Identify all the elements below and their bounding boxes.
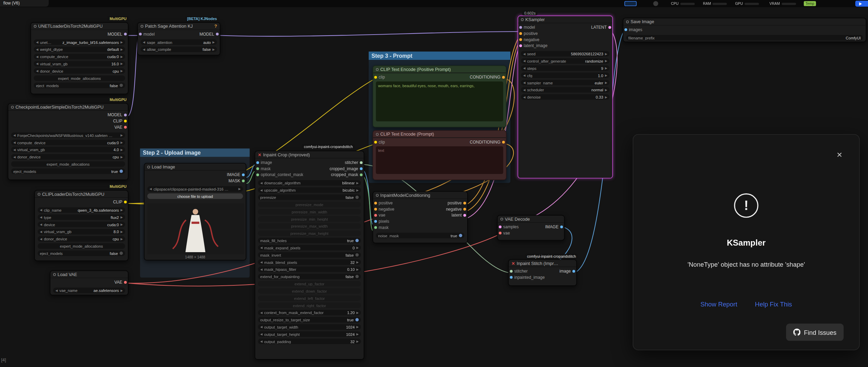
widget-unet-[interactable]: ◀unet…z_image_turbo_bf16.safetensors▶ (34, 39, 125, 45)
node-header[interactable]: ✕ Inpaint Crop (Improved) (255, 151, 364, 158)
output-port-MODEL[interactable]: MODEL (199, 31, 219, 36)
port-dot[interactable] (502, 76, 505, 79)
port-dot[interactable] (124, 201, 127, 203)
toggle-dot[interactable] (120, 169, 123, 173)
port-dot[interactable] (519, 32, 522, 35)
port-dot[interactable] (519, 26, 522, 29)
input-port-stitcher[interactable]: stitcher (510, 269, 528, 274)
port-dot[interactable] (499, 232, 501, 235)
input-port-mask[interactable]: mask (256, 166, 271, 171)
port-dot[interactable] (374, 76, 377, 79)
input-port-vae[interactable]: vae (374, 213, 385, 218)
node-header[interactable]: CLIPLoaderDisTorch2MultiGPU (35, 191, 128, 198)
node-save-image[interactable]: Save Image images filename_prefixComfyUI (623, 18, 866, 42)
widget-preresize_max_height[interactable]: preresize_max_height (258, 230, 361, 236)
input-port-negative[interactable]: negative (519, 37, 539, 42)
collapse-icon[interactable] (141, 25, 143, 27)
widget-preresize_min_width[interactable]: preresize_min_width (258, 209, 361, 214)
output-port-VAE[interactable]: VAE (114, 280, 127, 285)
output-port-negative[interactable]: negative (446, 207, 466, 212)
help-fix-link[interactable]: Help Fix This (755, 301, 792, 308)
widget-steps[interactable]: ◀steps9▶ (521, 65, 610, 71)
input-port-positive[interactable]: positive (519, 31, 538, 36)
workflow-tab[interactable]: flow (V6) (0, 0, 49, 7)
output-port-LATENT[interactable]: LATENT (591, 25, 611, 30)
port-dot[interactable] (124, 281, 127, 284)
input-port-clip[interactable]: clip (374, 140, 385, 145)
find-issues-button[interactable]: Find Issues (786, 324, 843, 341)
collapse-icon[interactable] (376, 133, 379, 136)
collapse-icon[interactable] (147, 165, 150, 168)
input-port-model[interactable]: model (139, 31, 155, 36)
widget-clipspace-clipspace-painted-masked-316-[interactable]: ◀clipspace/clipspace-painted-masked-316 … (147, 186, 243, 192)
node-header[interactable]: ✕ Inpaint Stitch (Impr… (509, 260, 576, 267)
widget-expert_mode_allocations[interactable]: expert_mode_allocations (38, 243, 125, 249)
output-port-VAE[interactable]: VAE (114, 125, 127, 129)
widget-mask_hipass_filter[interactable]: ◀mask_hipass_filter0.10▶ (258, 267, 361, 272)
port-dot[interactable] (374, 208, 377, 211)
widget-virtual_vram_gb[interactable]: ◀virtual_vram_gb8.0▶ (38, 229, 125, 235)
port-dot[interactable] (374, 141, 377, 144)
toggle-dot[interactable] (120, 84, 123, 87)
widget-ForgeCheckpoints-waiNSFWillustrious_v140[interactable]: ◀ForgeCheckpoints/waiNSFWillustrious_v14… (11, 132, 125, 138)
group-title[interactable]: Step 3 - Prompt (369, 52, 510, 60)
collapse-icon[interactable] (53, 273, 56, 276)
input-port-samples[interactable]: samples (499, 224, 519, 229)
toggle-dot[interactable] (356, 275, 359, 278)
toggle-dot[interactable] (356, 253, 359, 257)
port-dot[interactable] (608, 26, 611, 29)
widget-output_target_width[interactable]: ◀output_target_width1024▶ (258, 324, 361, 330)
collapse-icon[interactable] (376, 194, 379, 196)
toggle-dot[interactable] (356, 196, 359, 199)
widget-mask_blend_pixels[interactable]: ◀mask_blend_pixels32▶ (258, 259, 361, 265)
widget-eject_models[interactable]: eject_modelsfalse (34, 83, 125, 88)
widget-preresize_max_width[interactable]: preresize_max_width (258, 223, 361, 229)
widget-clip_name[interactable]: ◀clip_nameqwen_3_4b.safetensors▶ (38, 207, 125, 213)
node-clip-text-encode-positive[interactable]: CLIP Text Encode (Positive Prompt) clipC… (372, 65, 507, 127)
port-dot[interactable] (124, 120, 127, 122)
output-port-MODEL[interactable]: MODEL (107, 31, 127, 36)
widget-mask_expand_pixels[interactable]: ◀mask_expand_pixels0▶ (258, 245, 361, 250)
collapse-icon[interactable] (626, 20, 629, 23)
show-report-link[interactable]: Show Report (700, 301, 737, 308)
node-header[interactable]: InpaintModelConditioning (373, 192, 467, 199)
input-port-mask[interactable]: mask (374, 225, 389, 230)
widget-output_target_height[interactable]: ◀output_target_height1024▶ (258, 331, 361, 337)
close-icon[interactable]: ✕ (837, 151, 842, 158)
node-inpaint-model-conditioning[interactable]: InpaintModelConditioning positivepositiv… (372, 191, 468, 244)
port-dot[interactable] (499, 226, 501, 228)
output-port-IMAGE[interactable]: IMAGE (545, 224, 563, 229)
toggle-dot[interactable] (459, 234, 462, 237)
node-clip-text-encode-negative[interactable]: CLIP Text Encode (Prompt) clipCONDITIONI… (372, 130, 507, 180)
node-header[interactable]: KSampler (518, 16, 612, 23)
image-preview[interactable] (147, 203, 244, 254)
prompt-textarea[interactable]: text (376, 146, 503, 174)
port-dot[interactable] (256, 167, 259, 170)
output-port-positive[interactable]: positive (447, 201, 466, 205)
input-port-pixels[interactable]: pixels (374, 219, 389, 224)
widget-extend_right_factor[interactable]: extend_right_factor (258, 303, 361, 308)
node-vae-decode[interactable]: VAE Decode samplesIMAGEvae (497, 215, 565, 241)
port-dot[interactable] (360, 173, 362, 176)
node-load-image[interactable]: Load Image IMAGEMASK ◀clipspace/clipspac… (144, 163, 246, 260)
port-dot[interactable] (463, 202, 466, 204)
run-button[interactable] (855, 1, 868, 7)
port-dot[interactable] (124, 33, 127, 36)
widget-extend_down_factor[interactable]: extend_down_factor (258, 288, 361, 294)
port-dot[interactable] (374, 202, 377, 204)
node-load-vae[interactable]: Load VAE VAE ◀vae_nameae.safetensors▶ (50, 270, 128, 295)
widget-mask_invert[interactable]: mask_invertfalse (258, 252, 361, 258)
widget-compute_device[interactable]: ◀compute_devicecuda:0▶ (34, 54, 125, 59)
output-port-CLIP[interactable]: CLIP (113, 119, 127, 123)
node-ksampler[interactable]: KSampler modelLATENTpositivenegativelate… (518, 16, 613, 178)
node-header[interactable]: VAE Decode (498, 215, 564, 223)
node-header[interactable]: Load VAE (50, 271, 128, 278)
port-dot[interactable] (256, 161, 259, 164)
output-port-image[interactable]: image (559, 269, 575, 274)
port-dot[interactable] (124, 113, 127, 116)
widget-output_resize_to_target_size[interactable]: output_resize_to_target_sizetrue (258, 317, 361, 322)
port-dot[interactable] (360, 161, 362, 164)
widget-vae_name[interactable]: ◀vae_nameae.safetensors▶ (53, 287, 125, 293)
toggle-dot[interactable] (356, 239, 359, 242)
widget-scheduler[interactable]: ◀schedulernormal▶ (521, 87, 610, 93)
